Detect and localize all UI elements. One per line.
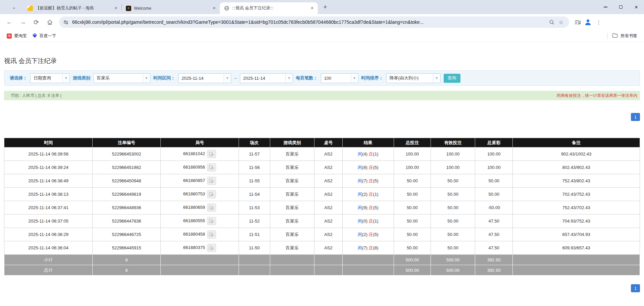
cell-total-bet-link[interactable]: 50.00: [394, 241, 431, 255]
table-row: 2025-11-14 06:36:29522966446725661880458…: [4, 228, 640, 241]
page-1-button[interactable]: 1: [631, 113, 640, 121]
query-type-dropdown[interactable]: 日期查询 ▼: [30, 73, 70, 83]
url-text[interactable]: 66cxkj98.com/ipl/portal.php/game/betreco…: [72, 19, 547, 25]
cell-table-no: AS2: [314, 215, 342, 228]
cell-round-id: 661880753: [160, 188, 239, 201]
close-icon[interactable]: ✕: [309, 5, 315, 11]
menu-dots-icon[interactable]: ⋮: [594, 17, 603, 27]
bookmark-label: 百度一下: [40, 33, 56, 39]
tab-welcome[interactable]: ⚜ Welcome ✕: [122, 2, 220, 14]
cell-total-bet-link[interactable]: 50.00: [394, 228, 431, 241]
video-replay-icon[interactable]: [207, 230, 216, 239]
cell-time: 2025-11-14 06:38:13: [4, 188, 93, 201]
page-1-button[interactable]: 1: [631, 284, 640, 292]
cell-result: 闲(7) 庄(5): [342, 174, 394, 188]
pagination-bottom: 1: [4, 284, 640, 292]
video-replay-icon[interactable]: [207, 150, 216, 158]
cell-remark: 609.93/657.43: [513, 241, 640, 255]
chevron-down-icon: ▼: [433, 74, 440, 83]
chevron-down-icon[interactable]: ⌄: [9, 2, 19, 12]
cell-total-bet-link[interactable]: 50.00: [394, 188, 431, 201]
close-icon[interactable]: ✕: [211, 5, 217, 11]
chevron-down-icon: ▼: [351, 74, 358, 83]
total-total-bet: 500.00: [394, 265, 431, 276]
cell-time: 2025-11-14 06:37:05: [4, 215, 93, 228]
sort-label: 时间排序：: [361, 75, 383, 81]
cell-session: 11-51: [239, 228, 270, 241]
profile-avatar[interactable]: [584, 18, 592, 26]
cell-bet-id: 522966445915: [93, 241, 161, 255]
cell-total-bet-link[interactable]: 100.00: [394, 147, 431, 161]
per-page-dropdown[interactable]: 100 ▼: [321, 73, 358, 83]
tab-bet-records-active[interactable]: :::视讯 会员下注纪录::: ✕: [220, 2, 318, 14]
search-button[interactable]: 查询: [444, 74, 460, 83]
cell-result: 闲(2) 庄(5): [342, 228, 394, 241]
cell-session: 11-53: [239, 201, 270, 215]
currency-summary-text: 币别 : 人民币 | 总共 :8 注单 |: [11, 93, 61, 99]
chevron-down-icon: ▼: [224, 74, 231, 83]
divider: [607, 33, 607, 39]
subtotal-label: 小计: [4, 255, 93, 265]
cell-total-bet-link[interactable]: 50.00: [394, 174, 431, 188]
chevron-down-icon: ▼: [62, 74, 69, 83]
window-close-button[interactable]: ✕: [629, 0, 644, 14]
bookmark-star-icon[interactable]: ☆: [556, 17, 566, 27]
filter-bar: 请选择： 日期查询 ▼ 游戏类别 百家乐 ▼ 时间区间： 2025-11-14 …: [4, 70, 640, 86]
video-replay-icon[interactable]: [207, 217, 216, 225]
table-row: 2025-11-14 06:39:24522966451982661880956…: [4, 161, 640, 174]
maximize-button[interactable]: [613, 0, 629, 14]
cell-bet-id: 522966449819: [93, 188, 161, 201]
cell-time: 2025-11-14 06:36:04: [4, 241, 93, 255]
address-bar[interactable]: 66cxkj98.com/ipl/portal.php/game/betreco…: [59, 16, 569, 28]
date-from-picker[interactable]: 2025-11-14 ▼: [178, 73, 231, 83]
zoom-magnifier-icon[interactable]: [547, 17, 556, 27]
video-replay-icon[interactable]: [207, 244, 216, 252]
minimize-button[interactable]: [598, 0, 613, 14]
globe-icon: [224, 6, 229, 11]
close-icon[interactable]: ✕: [113, 5, 119, 11]
cell-total-bet-link[interactable]: 100.00: [394, 161, 431, 174]
col-header-remark: 备注: [513, 138, 640, 147]
video-replay-icon[interactable]: [207, 163, 216, 172]
media-controls-icon[interactable]: [573, 17, 582, 27]
new-tab-button[interactable]: +: [320, 2, 330, 12]
cell-remark: 752.43/702.43: [513, 201, 640, 215]
cell-result: 闲(9) 庄(5): [342, 201, 394, 215]
reload-icon[interactable]: ⟳: [31, 16, 42, 28]
bookmark-item-baidu[interactable]: 百度一下: [30, 32, 59, 40]
all-bookmarks-button[interactable]: 所有书签: [621, 32, 640, 40]
cell-valid-bet: 50.00: [431, 174, 475, 188]
cell-bet-id: 522966453002: [93, 147, 161, 161]
cell-total-bet-link[interactable]: 50.00: [394, 201, 431, 215]
table-header-row: 时间 注单编号 局号 场次 游戏类别 桌号 结果 总投注 有效投注 总派彩 备注: [4, 138, 640, 147]
cell-game-type: 百家乐: [270, 241, 314, 255]
bookmark-label: 爱淘宝: [14, 33, 27, 39]
bet-records-table: 时间 注单编号 局号 场次 游戏类别 桌号 结果 总投注 有效投注 总派彩 备注…: [4, 138, 640, 276]
cell-bet-id: 522966446725: [93, 228, 161, 241]
cell-table-no: AS2: [314, 188, 342, 201]
col-header-result: 结果: [342, 138, 394, 147]
home-icon[interactable]: [44, 16, 55, 28]
game-type-dropdown[interactable]: 百家乐 ▼: [93, 73, 150, 83]
video-replay-icon[interactable]: [207, 203, 216, 212]
back-icon[interactable]: ←: [4, 16, 15, 28]
site-settings-icon[interactable]: [63, 19, 69, 25]
cell-remark: 657.43/704.93: [513, 228, 640, 241]
sort-dropdown[interactable]: 降幂(由大到小) ▼: [386, 73, 441, 83]
cell-total-bet-link[interactable]: 50.00: [394, 215, 431, 228]
sort-value: 降幂(由大到小): [387, 74, 433, 83]
bookmarks-bar: 淘 爱淘宝 百度一下 所有书签: [0, 30, 644, 42]
cell-table-no: AS2: [314, 161, 342, 174]
cell-result: 闲(4) 庄(1): [342, 147, 394, 161]
tab-forum-post[interactable]: 【新提醒】杨雪儿的帖子 - 海燕 ✕: [23, 2, 121, 14]
date-to-picker[interactable]: 2025-11-14 ▼: [240, 73, 293, 83]
video-replay-icon[interactable]: [207, 190, 216, 198]
col-header-game-type: 游戏类别: [270, 138, 314, 147]
cell-time: 2025-11-14 06:39:56: [4, 147, 93, 161]
cell-bet-id: 522966451982: [93, 161, 161, 174]
bookmark-item-taobao[interactable]: 淘 爱淘宝: [4, 32, 30, 40]
video-replay-icon[interactable]: [207, 177, 216, 185]
cell-remark: 702.43/752.43: [513, 188, 640, 201]
cell-round-id: 661881042: [160, 147, 239, 161]
forward-icon[interactable]: →: [17, 16, 29, 28]
